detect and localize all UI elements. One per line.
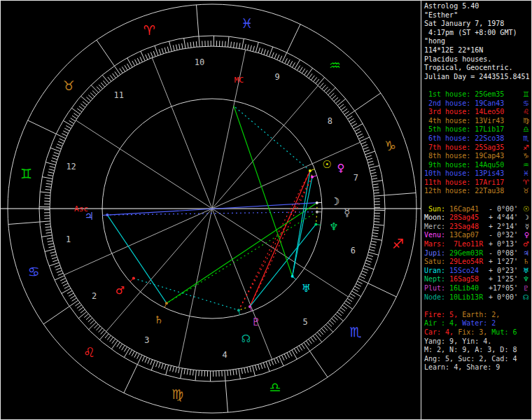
svg-text:1: 1 — [66, 234, 71, 244]
sign-icon: ♏ — [523, 134, 531, 144]
svg-text:MC: MC — [234, 76, 244, 85]
planet-row: Uran: 15Sco24+ 0°23'♅ — [424, 267, 531, 276]
svg-text:2: 2 — [92, 291, 97, 301]
svg-text:☉: ☉ — [322, 158, 331, 171]
planet-latitude: +17°05' — [489, 284, 518, 293]
svg-text:♋: ♋ — [28, 264, 40, 279]
planet-name: Node: — [424, 293, 449, 302]
planet-latitude: - 0°00' — [489, 205, 518, 214]
node-icon: ☊ — [523, 293, 531, 302]
svg-text:♇: ♇ — [251, 316, 260, 328]
mars-icon: ♂ — [523, 240, 531, 249]
sun-icon: ☉ — [523, 205, 531, 214]
house-type-counts: Ang: 5, Suc: 2, Cad: 4 — [424, 355, 531, 364]
planet-name: Nept: — [424, 275, 449, 284]
planet-name: Moon: — [424, 214, 449, 223]
house-cusp-row: 10th house: 13Pis43♓ — [424, 169, 531, 178]
planet-position: 29Leo54R — [449, 258, 489, 267]
planet-row: Mars: 7Leo11R+ 0°13'♂ — [424, 240, 531, 249]
svg-text:5: 5 — [303, 317, 308, 327]
house-cusp-text: 10th house: 13Pis43 — [424, 169, 504, 178]
svg-text:♂: ♂ — [115, 284, 125, 297]
svg-text:♏: ♏ — [350, 324, 362, 340]
planet-position: 15Sco24 — [449, 267, 489, 276]
planet-position: 10Lib13R — [449, 293, 489, 302]
house-cusp-row: 4th house: 13Vir43♍ — [424, 117, 531, 126]
planet-name: Merc: — [424, 223, 449, 232]
planet-latitude: + 0°00' — [489, 293, 518, 302]
svg-text:☽: ☽ — [330, 195, 340, 208]
planet-latitude: + 2°14' — [489, 223, 518, 232]
jupiter-icon: ♃ — [523, 249, 531, 258]
julian-day: Julian Day = 2443515.8451 — [424, 73, 531, 82]
svg-text:♈: ♈ — [144, 22, 155, 38]
svg-text:8: 8 — [328, 116, 332, 126]
element-counts-fire-earth: Fire: 5, Earth: 2, — [424, 311, 531, 320]
svg-text:☿: ☿ — [344, 206, 350, 219]
svg-text:☊: ☊ — [241, 332, 251, 345]
planet-row: Moon: 28Sag45+ 4°44'☽ — [424, 214, 531, 223]
house-cusp-row: 9th house: 14Aqu50♒ — [424, 161, 531, 170]
svg-text:11: 11 — [114, 90, 124, 100]
svg-text:♒: ♒ — [329, 57, 341, 73]
chart-time: 4:17pm (ST +8:00 GMT) — [424, 29, 531, 38]
svg-text:4: 4 — [222, 350, 227, 360]
svg-text:♄: ♄ — [154, 314, 163, 326]
house-cusp-text: 2nd house: 19Can43 — [424, 99, 504, 108]
planet-latitude: - 0°32' — [489, 231, 518, 240]
house-cusp-text: 5th house: 17Lib17 — [424, 125, 504, 134]
natal-chart-wheel: ♈♉♊♋♌♍♎♏♐♑♒♓123456789101112☉☽☿♀♂♃♄♅♆♇☊As… — [1, 1, 421, 420]
svg-text:♐: ♐ — [392, 236, 404, 251]
planet-name: Plut: — [424, 284, 449, 293]
house-cusp-text: 6th house: 22Sco38 — [424, 134, 504, 144]
sign-icon: ♊ — [523, 90, 531, 99]
mnad-counts: M: 2, N: 9, A: 3, D: 8 — [424, 346, 531, 355]
svg-text:♎: ♎ — [269, 379, 281, 395]
neptune-icon: ♆ — [523, 275, 531, 284]
native-name: "Esther" — [424, 11, 531, 20]
house-cusp-text: 1st house: 25Gem35 — [424, 90, 504, 99]
planet-position: 16Lib40 — [449, 284, 489, 293]
house-cusp-text: 7th house: 25Sag35 — [424, 144, 504, 153]
house-cusp-row: 8th house: 19Cap43♑ — [424, 152, 531, 161]
svg-text:10: 10 — [195, 57, 204, 67]
chart-date: Sat January 7, 1978 — [424, 20, 531, 29]
sign-icon: ♋ — [523, 99, 531, 108]
svg-text:♉: ♉ — [62, 78, 74, 93]
house-cusp-text: 11th house: 17Ari17 — [424, 178, 504, 188]
planet-position: 16Sag58 — [449, 275, 489, 284]
chart-place: "hong — [424, 37, 531, 46]
planet-row: Nept: 16Sag58+ 1°25'♆ — [424, 275, 531, 284]
sign-icon: ♑ — [523, 152, 531, 161]
planet-row: Merc: 23Sag48+ 2°14'☿ — [424, 223, 531, 232]
sign-icon: ♍ — [523, 117, 531, 126]
house-cusp-row: 2nd house: 19Can43♋ — [424, 99, 531, 108]
svg-text:6: 6 — [351, 246, 356, 255]
sign-icon: ♓ — [523, 169, 531, 178]
svg-text:9: 9 — [274, 72, 279, 82]
planet-row: Sun: 16Cap41- 0°00'☉ — [424, 205, 531, 214]
planet-position: 13Cap07 — [449, 231, 489, 240]
svg-text:♍: ♍ — [172, 386, 183, 402]
planet-position: 28Sag45 — [449, 214, 489, 223]
house-cusp-row: 6th house: 22Sco38♏ — [424, 134, 531, 144]
svg-text:♅: ♅ — [302, 282, 311, 295]
mercury-icon: ☿ — [525, 223, 531, 232]
planet-position: 16Cap41 — [449, 205, 489, 214]
planet-latitude: - 0°08' — [489, 249, 518, 258]
planet-name: Mars: — [424, 240, 449, 249]
uranus-icon: ♅ — [523, 267, 531, 276]
info-sidebar: Astrolog 5.40 "Esther" Sat January 7, 19… — [421, 1, 532, 419]
planet-latitude: + 0°13' — [489, 240, 518, 249]
planet-row: Venu: 13Cap07- 0°32'♀ — [424, 231, 531, 240]
planet-row: Plut: 16Lib40+17°05'♇ — [424, 284, 531, 293]
sign-icon: ♎ — [523, 125, 531, 134]
astrolog-window: ♈♉♊♋♌♍♎♏♐♑♒♓123456789101112☉☽☿♀♂♃♄♅♆♇☊As… — [0, 0, 532, 420]
planet-name: Venu: — [424, 231, 449, 240]
planet-position: 7Leo11R — [449, 240, 489, 249]
planet-name: Jupi: — [424, 249, 449, 258]
house-system: Placidus houses. — [424, 55, 531, 64]
planet-latitude: + 1°27' — [489, 258, 518, 267]
house-cusp-row: 7th house: 25Sag35♐ — [424, 144, 531, 153]
planet-latitude: + 1°25' — [489, 275, 518, 284]
